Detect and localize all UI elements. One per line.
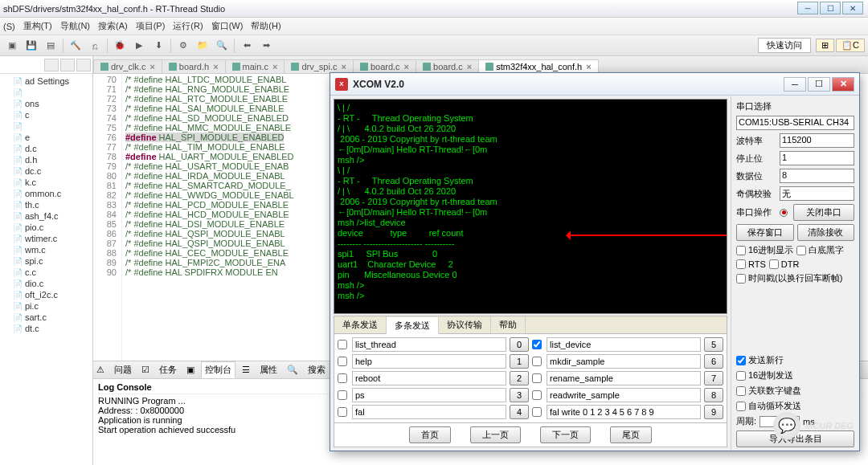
cmd-input[interactable]	[547, 388, 701, 402]
row-check[interactable]	[338, 390, 347, 400]
cmd-input[interactable]	[547, 337, 701, 352]
file-item[interactable]	[2, 120, 91, 132]
row-check[interactable]	[338, 340, 347, 349]
perspective-grid-icon[interactable]: ⊞	[816, 39, 834, 52]
page-next[interactable]: 下一页	[540, 426, 591, 443]
file-item[interactable]: c.c	[2, 267, 91, 278]
page-last[interactable]: 尾页	[610, 426, 652, 443]
file-item[interactable]: d.c	[2, 143, 91, 154]
cmd-input[interactable]	[352, 405, 506, 419]
file-item[interactable]: ash_f4.c	[2, 210, 91, 222]
collapse-icon[interactable]	[60, 59, 75, 71]
xcom-minimize[interactable]: ─	[784, 77, 806, 92]
toolbar-btn[interactable]: ⎌	[86, 38, 104, 54]
cmd-input[interactable]	[352, 354, 506, 369]
file-item[interactable]: dc.c	[2, 165, 91, 177]
row-check[interactable]	[532, 390, 542, 400]
cmd-input[interactable]	[352, 388, 506, 402]
editor-tab[interactable]: drv_clk.c×	[93, 59, 162, 73]
port-select[interactable]: COM15:USB-SERIAL CH34	[736, 116, 854, 130]
white-bg-check[interactable]: 白底黑字	[796, 244, 844, 256]
close-tab-icon[interactable]: ×	[341, 62, 346, 71]
menu-s[interactable]: (S)	[3, 22, 15, 31]
menu-icon[interactable]	[76, 59, 91, 71]
editor-tab[interactable]: main.c×	[225, 59, 285, 73]
forward-icon[interactable]: ➡	[257, 38, 275, 54]
row-check[interactable]	[338, 373, 347, 383]
file-item[interactable]: c	[2, 109, 91, 120]
newline-check[interactable]: 发送新行	[736, 354, 854, 366]
send-num-button[interactable]: 5	[704, 337, 723, 352]
send-num-button[interactable]: 8	[704, 388, 723, 402]
minimize-button[interactable]: ─	[797, 2, 818, 14]
baud-select[interactable]: 115200	[780, 133, 854, 148]
menu-search[interactable]: 搜索(A)	[98, 20, 128, 32]
send-num-button[interactable]: 0	[510, 337, 529, 352]
dtr-check[interactable]: DTR	[769, 259, 800, 269]
period-input[interactable]	[760, 416, 800, 427]
tab-properties[interactable]: 属性	[256, 362, 280, 377]
databit-select[interactable]: 8	[780, 169, 854, 183]
file-item[interactable]: th.c	[2, 199, 91, 210]
page-prev[interactable]: 上一页	[470, 426, 521, 443]
page-first[interactable]: 首页	[409, 426, 451, 443]
quick-access[interactable]: 快速访问	[758, 38, 811, 53]
tab-single-send[interactable]: 单条发送	[334, 316, 387, 333]
menu-window[interactable]: 窗口(W)	[211, 20, 244, 32]
file-item[interactable]: ad Settings	[2, 75, 91, 87]
editor-tab[interactable]: stm32f4xx_hal_conf.h×	[478, 59, 598, 73]
file-item[interactable]: sart.c	[2, 312, 91, 323]
link-icon[interactable]	[44, 59, 59, 71]
terminal-output[interactable]: \ | / - RT - Thread Operating System / |…	[334, 99, 727, 314]
toolbar-btn[interactable]: ▣	[3, 38, 21, 54]
close-tab-icon[interactable]: ×	[404, 62, 409, 71]
file-item[interactable]: d.h	[2, 154, 91, 165]
cmd-input[interactable]	[547, 405, 701, 419]
close-tab-icon[interactable]: ×	[272, 62, 277, 71]
editor-tab[interactable]: drv_spi.c×	[284, 59, 353, 73]
tab-search[interactable]: 搜索	[305, 362, 329, 377]
file-item[interactable]	[2, 87, 91, 98]
toolbar-btn[interactable]: ⬇	[149, 38, 167, 54]
tab-tasks[interactable]: 任务	[156, 362, 180, 377]
toolbar-btn[interactable]: ▤	[42, 38, 59, 54]
file-item[interactable]: e	[2, 132, 91, 143]
editor-tab[interactable]: board.c×	[353, 59, 416, 73]
file-item[interactable]: dio.c	[2, 278, 91, 289]
file-item[interactable]: k.c	[2, 177, 91, 188]
send-num-button[interactable]: 1	[510, 354, 529, 369]
close-tab-icon[interactable]: ×	[586, 62, 591, 71]
perspective-c[interactable]: 📋C	[836, 39, 865, 52]
file-item[interactable]: wm.c	[2, 244, 91, 255]
menu-run[interactable]: 运行(R)	[173, 20, 203, 32]
clear-recv-button[interactable]: 清除接收	[797, 224, 855, 241]
file-item[interactable]: pi.c	[2, 300, 91, 312]
timestamp-check[interactable]: 时间戳(以换行回车断帧)	[736, 272, 854, 284]
hex-send-check[interactable]: 16进制发送	[736, 369, 854, 381]
hex-display-check[interactable]: 16进制显示	[736, 244, 793, 256]
keypad-check[interactable]: 关联数字键盘	[736, 385, 854, 397]
send-num-button[interactable]: 4	[510, 405, 529, 419]
cmd-input[interactable]	[352, 371, 506, 385]
file-item[interactable]: oft_i2c.c	[2, 289, 91, 300]
send-num-button[interactable]: 2	[510, 371, 529, 385]
tab-console[interactable]: 控制台	[201, 361, 235, 378]
toolbar-btn[interactable]: ⚙	[174, 38, 192, 54]
row-check[interactable]	[532, 357, 542, 366]
send-num-button[interactable]: 3	[510, 388, 529, 402]
hammer-icon[interactable]: 🔨	[67, 38, 84, 54]
row-check[interactable]	[532, 407, 542, 417]
toolbar-btn[interactable]: 📁	[194, 38, 211, 54]
file-item[interactable]: ommon.c	[2, 188, 91, 199]
back-icon[interactable]: ⬅	[238, 38, 256, 54]
tab-multi-send[interactable]: 多条发送	[387, 317, 439, 334]
xcom-close[interactable]: ✕	[832, 77, 854, 92]
close-tab-icon[interactable]: ×	[149, 62, 154, 71]
xcom-titlebar[interactable]: X XCOM V2.0 ─ ☐ ✕	[330, 73, 859, 96]
close-port-button[interactable]: 关闭串口	[793, 204, 854, 221]
debug-icon[interactable]: 🐞	[111, 38, 129, 54]
close-tab-icon[interactable]: ×	[467, 62, 472, 71]
file-item[interactable]: wtimer.c	[2, 233, 91, 244]
row-check[interactable]	[338, 357, 347, 366]
row-check[interactable]	[532, 373, 542, 383]
